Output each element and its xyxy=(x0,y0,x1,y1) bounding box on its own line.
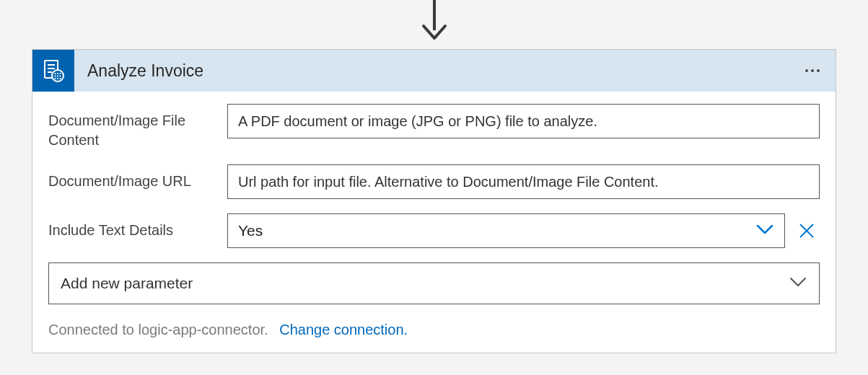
label-url: Document/Image URL xyxy=(48,164,227,191)
select-include-text-value: Yes xyxy=(238,222,263,239)
svg-point-11 xyxy=(59,75,61,76)
select-include-text[interactable]: Yes xyxy=(227,213,785,248)
more-menu-button[interactable] xyxy=(789,69,836,72)
row-include-text: Include Text Details Yes xyxy=(48,213,820,248)
label-file-content: Document/Image File Content xyxy=(48,104,227,150)
clear-include-text-button[interactable] xyxy=(794,218,820,244)
label-include-text: Include Text Details xyxy=(48,213,227,240)
card-body: Document/Image File Content Document/Ima… xyxy=(32,92,836,353)
connector-icon xyxy=(32,50,74,92)
svg-point-12 xyxy=(54,78,56,79)
input-url[interactable] xyxy=(227,164,820,199)
svg-point-14 xyxy=(59,78,61,79)
chevron-down-icon xyxy=(755,222,774,240)
chevron-down-icon xyxy=(789,275,807,293)
svg-point-6 xyxy=(54,73,56,74)
change-connection-link[interactable]: Change connection. xyxy=(279,322,408,338)
action-card: Analyze Invoice Document/Image File Cont… xyxy=(32,49,836,353)
flow-arrow xyxy=(418,0,451,49)
row-file-content: Document/Image File Content xyxy=(48,104,820,150)
card-header[interactable]: Analyze Invoice xyxy=(32,50,836,92)
svg-point-7 xyxy=(57,73,58,74)
close-icon xyxy=(797,221,816,240)
add-new-parameter-dropdown[interactable]: Add new parameter xyxy=(48,262,820,304)
input-file-content[interactable] xyxy=(227,104,820,138)
card-title: Analyze Invoice xyxy=(87,61,789,81)
row-url: Document/Image URL xyxy=(48,164,820,199)
add-new-parameter-label: Add new parameter xyxy=(61,275,193,292)
svg-point-10 xyxy=(57,75,58,76)
connection-status: Connected to logic-app-connector. xyxy=(48,322,268,338)
svg-point-8 xyxy=(59,73,61,74)
connection-footer: Connected to logic-app-connector. Change… xyxy=(48,322,820,338)
svg-point-9 xyxy=(54,75,56,76)
svg-point-13 xyxy=(57,78,58,79)
